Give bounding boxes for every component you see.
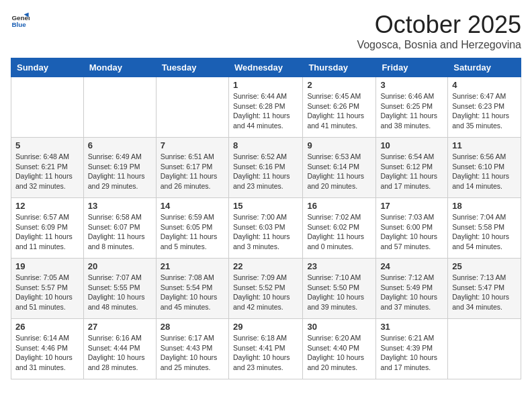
day-info: Daylight: 11 hours [15,171,79,181]
day-number: 21 [161,261,224,271]
calendar-cell: 5Sunrise: 6:48 AMSunset: 6:21 PMDaylight… [11,138,84,198]
day-number: 19 [15,261,79,271]
day-info: Daylight: 11 hours [452,111,517,121]
day-info: Daylight: 10 hours [15,292,79,302]
day-info: and 28 minutes. [88,363,152,373]
day-info: Sunset: 5:58 PM [452,222,517,232]
day-info: and 48 minutes. [88,302,152,312]
day-info: Sunrise: 7:12 AM [380,273,443,283]
day-info: Daylight: 10 hours [452,292,517,302]
calendar-cell: 10Sunrise: 6:54 AMSunset: 6:12 PMDayligh… [376,138,448,198]
calendar-cell: 17Sunrise: 7:03 AMSunset: 6:00 PMDayligh… [376,198,448,259]
day-number: 15 [233,201,298,211]
calendar-cell [83,77,156,138]
day-info: and 23 minutes. [233,363,298,373]
day-info: and 38 minutes. [380,121,443,131]
calendar-cell: 18Sunrise: 7:04 AMSunset: 5:58 PMDayligh… [448,198,521,259]
day-number: 25 [452,261,517,271]
day-info: Sunset: 4:41 PM [233,343,298,353]
day-number: 22 [233,261,298,271]
weekday-header-tuesday: Tuesday [156,58,228,77]
day-info: Sunset: 5:47 PM [452,283,517,293]
day-info: Sunrise: 6:59 AM [161,212,224,222]
day-info: Sunrise: 7:03 AM [380,212,443,222]
day-info: and 32 minutes. [15,181,79,191]
day-info: Sunrise: 7:10 AM [307,273,371,283]
day-info: Sunrise: 6:20 AM [307,333,371,343]
calendar-cell: 22Sunrise: 7:09 AMSunset: 5:52 PMDayligh… [228,259,302,319]
day-info: Sunset: 6:09 PM [15,222,79,232]
day-info: Daylight: 11 hours [233,171,298,181]
calendar-cell: 29Sunrise: 6:18 AMSunset: 4:41 PMDayligh… [228,319,302,379]
day-info: Sunrise: 6:46 AM [380,91,443,101]
day-info: Daylight: 11 hours [15,232,79,242]
calendar-cell: 20Sunrise: 7:07 AMSunset: 5:55 PMDayligh… [83,259,156,319]
day-info: Daylight: 10 hours [307,292,371,302]
day-info: and 20 minutes. [307,363,371,373]
calendar-cell: 21Sunrise: 7:08 AMSunset: 5:54 PMDayligh… [156,259,228,319]
calendar-cell: 4Sunrise: 6:47 AMSunset: 6:23 PMDaylight… [448,77,521,138]
day-info: and 42 minutes. [233,302,298,312]
day-info: and 11 minutes. [15,242,79,252]
day-info: Sunset: 5:50 PM [307,283,371,293]
day-info: Sunset: 5:49 PM [380,283,443,293]
calendar-cell: 11Sunrise: 6:56 AMSunset: 6:10 PMDayligh… [448,138,521,198]
logo: General Blue [11,11,30,30]
day-info: Sunset: 6:14 PM [307,162,371,172]
month-title: October 2025 [357,11,521,39]
day-number: 27 [88,322,152,332]
calendar-cell: 2Sunrise: 6:45 AMSunset: 6:26 PMDaylight… [303,77,376,138]
calendar-cell: 26Sunrise: 6:14 AMSunset: 4:46 PMDayligh… [11,319,84,379]
day-number: 1 [233,80,298,90]
day-info: Sunset: 4:44 PM [88,343,152,353]
calendar-week-2: 5Sunrise: 6:48 AMSunset: 6:21 PMDaylight… [11,138,521,198]
day-info: and 0 minutes. [307,242,371,252]
day-info: and 25 minutes. [161,363,224,373]
day-info: and 45 minutes. [161,302,224,312]
day-info: Daylight: 11 hours [88,232,152,242]
calendar-cell: 1Sunrise: 6:44 AMSunset: 6:28 PMDaylight… [228,77,302,138]
day-info: Daylight: 10 hours [161,353,224,363]
day-info: Daylight: 10 hours [88,292,152,302]
day-info: Sunset: 6:12 PM [380,162,443,172]
day-info: Daylight: 11 hours [233,232,298,242]
day-info: Sunset: 6:28 PM [233,101,298,111]
day-info: and 35 minutes. [452,121,517,131]
calendar-cell: 30Sunrise: 6:20 AMSunset: 4:40 PMDayligh… [303,319,376,379]
day-number: 18 [452,201,517,211]
day-info: Daylight: 11 hours [307,111,371,121]
calendar-cell: 16Sunrise: 7:02 AMSunset: 6:02 PMDayligh… [303,198,376,259]
weekday-header-wednesday: Wednesday [228,58,302,77]
day-number: 5 [15,140,79,150]
day-info: and 41 minutes. [307,121,371,131]
day-info: Sunrise: 6:48 AM [15,152,79,162]
day-info: Sunset: 6:19 PM [88,162,152,172]
title-block: October 2025 Vogosca, Bosnia and Herzego… [357,11,521,51]
day-info: Sunrise: 6:52 AM [233,152,298,162]
day-info: Daylight: 11 hours [161,171,224,181]
day-info: Sunset: 6:05 PM [161,222,224,232]
day-info: Sunrise: 7:00 AM [233,212,298,222]
day-info: Sunrise: 6:54 AM [380,152,443,162]
calendar-cell: 23Sunrise: 7:10 AMSunset: 5:50 PMDayligh… [303,259,376,319]
calendar-cell: 12Sunrise: 6:57 AMSunset: 6:09 PMDayligh… [11,198,84,259]
day-info: Daylight: 11 hours [307,232,371,242]
day-info: and 57 minutes. [380,242,443,252]
day-number: 24 [380,261,443,271]
day-info: Sunrise: 6:56 AM [452,152,517,162]
day-info: Sunrise: 6:18 AM [233,333,298,343]
day-info: Sunset: 6:26 PM [307,101,371,111]
day-number: 9 [307,140,371,150]
day-info: Sunset: 5:55 PM [88,283,152,293]
calendar-cell: 31Sunrise: 6:21 AMSunset: 4:39 PMDayligh… [376,319,448,379]
day-info: Daylight: 11 hours [380,111,443,121]
calendar-week-3: 12Sunrise: 6:57 AMSunset: 6:09 PMDayligh… [11,198,521,259]
day-info: Daylight: 10 hours [161,292,224,302]
day-info: Daylight: 10 hours [233,353,298,363]
day-info: Sunrise: 6:14 AM [15,333,79,343]
day-info: Daylight: 10 hours [233,292,298,302]
weekday-header-thursday: Thursday [303,58,376,77]
calendar-cell: 24Sunrise: 7:12 AMSunset: 5:49 PMDayligh… [376,259,448,319]
day-info: Sunset: 5:57 PM [15,283,79,293]
day-number: 8 [233,140,298,150]
